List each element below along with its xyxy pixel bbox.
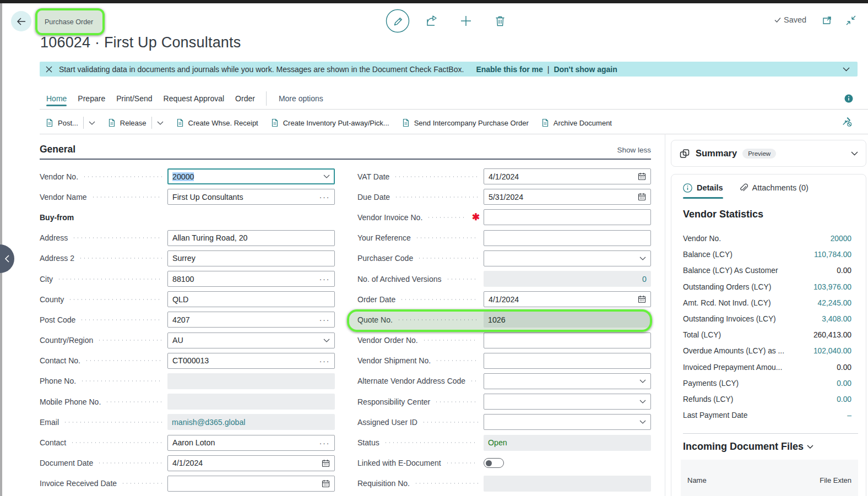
field-input-vendor-no[interactable]: 20000 [167,168,335,184]
field-input-document-date[interactable]: 4/1/2024 [167,455,335,471]
summary-card[interactable]: Summary Preview [671,140,866,167]
stat-value[interactable]: 42,245.00 [818,299,851,307]
stat-value[interactable]: – [847,411,851,419]
field-input-status[interactable]: Open [484,435,651,451]
field-input-mobile-phone-no[interactable] [167,394,335,410]
field-input-linked-with-e-document[interactable] [484,455,651,471]
field-input-contact-no[interactable]: CT000013··· [167,353,335,369]
dropdown-button[interactable] [639,420,646,424]
stat-value[interactable]: 103,976.00 [813,283,851,291]
field-input-vendor-name[interactable]: First Up Consultants··· [167,189,335,205]
field-input-address[interactable]: Allan Turing Road, 20 [167,230,335,246]
open-in-window-button[interactable] [821,14,833,26]
field-input-city[interactable]: 88100··· [167,271,335,287]
dropdown-button[interactable] [323,175,330,178]
section-title-general[interactable]: General [40,144,75,155]
back-button[interactable] [11,11,31,31]
stat-value: 0.00 [837,363,851,372]
stat-value[interactable]: 20000 [831,235,851,243]
dropdown-button[interactable] [639,400,646,404]
info-button[interactable] [844,94,853,103]
field-input-vendor-invoice-no[interactable] [484,209,651,225]
tab-prepare[interactable]: Prepare [78,88,105,109]
more-options[interactable]: More options [279,88,323,109]
factbox-tabs: DetailsAttachments (0) [683,179,809,197]
factbox-tab-attachments-0[interactable]: Attachments (0) [739,179,809,197]
field-input-vendor-order-no[interactable] [484,333,651,348]
enable-link[interactable]: Enable this for me [476,65,542,74]
field-input-alternate-vendor-address-code[interactable] [484,373,651,389]
preview-badge: Preview [742,149,776,159]
tab-print-send[interactable]: Print/Send [116,88,152,109]
date-picker-button[interactable] [638,193,646,201]
pin-icon-glyph [842,116,853,127]
action-create-whse-receipt[interactable]: Create Whse. Receipt [176,118,258,127]
show-less-link[interactable]: Show less [617,146,651,154]
pin-action-bar-button[interactable] [842,116,853,127]
lookup-button[interactable]: ··· [319,315,330,324]
toggle-linked-with-e-document[interactable] [484,458,504,468]
delete-button[interactable] [488,9,512,33]
field-input-assigned-user-id[interactable] [484,414,651,430]
column-file-extension[interactable]: File Exten [820,476,851,484]
field-input-purchaser-code[interactable] [484,250,651,266]
dismiss-banner-button[interactable] [46,66,52,73]
dotted-leader [105,401,162,402]
collapse-button[interactable] [845,14,857,26]
lookup-button[interactable]: ··· [319,357,330,365]
factbox-tab-details[interactable]: Details [683,179,723,197]
stat-value[interactable]: 0.00 [837,379,851,388]
tab-home[interactable]: Home [46,88,67,109]
lookup-button[interactable]: ··· [319,193,330,201]
field-input-your-reference[interactable] [484,230,651,246]
field-input-country-region[interactable]: AU [167,333,335,348]
stat-value[interactable]: 110,784.00 [814,250,851,259]
edit-button[interactable] [386,9,410,33]
field-input-due-date[interactable]: 5/31/2024 [484,189,651,205]
column-name[interactable]: Name [687,476,707,484]
action-create-inventory-put-away-pick[interactable]: Create Inventory Put-away/Pick... [270,118,389,127]
summary-expand-button[interactable] [851,151,858,156]
action-archive-document[interactable]: Archive Document [541,118,612,127]
dropdown-button[interactable] [323,339,330,342]
incoming-files-title[interactable]: Incoming Document Files [683,441,813,453]
field-input-contact[interactable]: Aaron Loton··· [167,435,335,451]
field-input-address-2[interactable]: Surrey [167,250,335,266]
tab-order[interactable]: Order [235,88,255,109]
field-input-post-code[interactable]: 4207··· [167,312,335,328]
field-input-email[interactable]: manish@d365.global [167,414,335,430]
dropdown-button[interactable] [639,379,646,383]
date-picker-button[interactable] [322,459,330,467]
action-send-intercompany-purchase-order[interactable]: Send Intercompany Purchase Order [402,118,529,127]
chevron-down-icon [851,151,858,156]
dont-show-link[interactable]: Don't show again [554,65,617,74]
field-input-requisition-no[interactable] [484,476,651,492]
field-input-no-of-archived-versions[interactable]: 0 [484,271,651,287]
field-input-phone-no[interactable] [167,373,335,389]
field-input-order-date[interactable]: 4/1/2024 [484,291,651,307]
collapse-panel-handle[interactable] [0,244,14,273]
field-input-responsibility-center[interactable] [484,394,651,410]
lookup-button[interactable]: ··· [319,439,330,447]
banner-expand-button[interactable] [843,67,850,72]
field-input-county[interactable]: QLD [167,291,335,307]
stat-value[interactable]: 102,040.00 [813,347,851,355]
date-picker-button[interactable] [638,172,646,181]
share-button[interactable] [420,9,444,33]
field-input-quote-no[interactable]: 1026 [484,312,651,328]
stat-row-vendor-no: Vendor No.20000 [683,231,851,247]
date-picker-button[interactable] [638,295,646,303]
action-post[interactable]: Post... [45,117,95,129]
field-input-invoice-received-date[interactable] [167,476,335,492]
action-release[interactable]: Release [107,117,164,129]
field-input-vat-date[interactable]: 4/1/2024 [484,168,651,184]
stat-value[interactable]: 3,408.00 [822,315,851,323]
tab-request-approval[interactable]: Request Approval [164,88,225,109]
dropdown-button[interactable] [639,257,646,260]
dotted-leader [394,176,478,177]
stat-value[interactable]: 0.00 [837,395,851,404]
add-button[interactable] [454,9,478,33]
lookup-button[interactable]: ··· [319,275,330,283]
field-input-vendor-shipment-no[interactable] [484,353,651,369]
date-picker-button[interactable] [322,479,330,488]
